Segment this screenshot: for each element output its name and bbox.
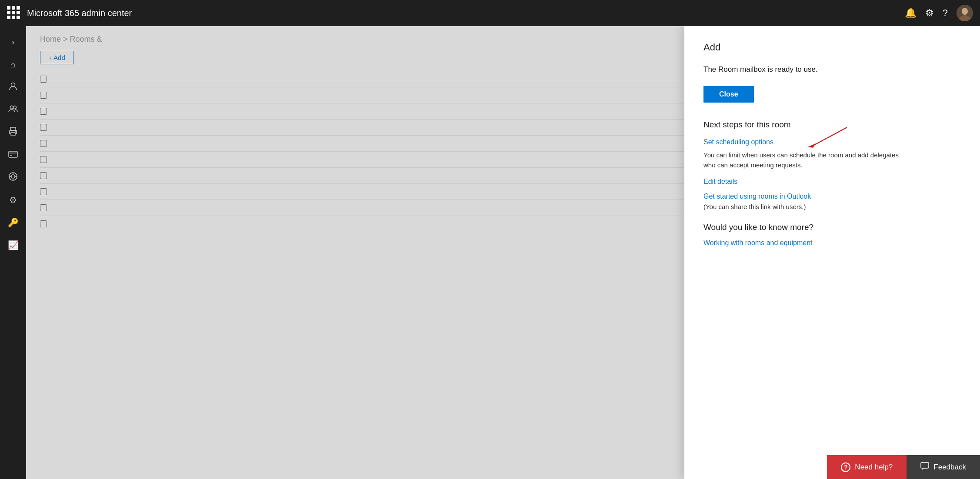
- top-bar: Microsoft 365 admin center 🔔 ⚙ ?: [0, 0, 980, 26]
- home-icon: ⌂: [10, 60, 16, 70]
- scheduling-options-link[interactable]: Set scheduling options: [703, 138, 773, 146]
- bottom-bar: ? Need help? Feedback: [827, 455, 980, 479]
- sidebar-item-groups[interactable]: [3, 99, 23, 120]
- settings-nav-icon: ⚙: [9, 195, 17, 205]
- billing-icon: [8, 150, 18, 160]
- svg-rect-8: [11, 133, 15, 135]
- outlook-link-row: Get started using rooms in Outlook: [703, 193, 961, 200]
- groups-icon: [8, 104, 18, 116]
- success-message: The Room mailbox is ready to use.: [703, 65, 961, 74]
- svg-marker-20: [808, 143, 816, 148]
- settings-icon[interactable]: ⚙: [925, 8, 934, 18]
- edit-details-row: Edit details: [703, 178, 961, 186]
- support-icon: [8, 172, 18, 183]
- sidebar-item-billing[interactable]: [3, 144, 23, 165]
- outlook-link[interactable]: Get started using rooms in Outlook: [703, 193, 811, 200]
- help-icon[interactable]: ?: [943, 8, 948, 18]
- avatar[interactable]: [957, 5, 973, 21]
- need-help-label: Need help?: [855, 463, 893, 472]
- sidebar-item-expand[interactable]: ›: [3, 31, 23, 52]
- sidebar-item-settings[interactable]: ⚙: [3, 190, 23, 210]
- arrow-annotation: [799, 125, 851, 151]
- working-rooms-link-row: Working with rooms and equipment: [703, 239, 961, 247]
- svg-point-4: [10, 106, 13, 109]
- app-launcher-icon[interactable]: [7, 6, 21, 20]
- reports-icon: 📈: [8, 240, 19, 250]
- svg-point-14: [11, 175, 15, 178]
- sidebar-item-support[interactable]: [3, 167, 23, 188]
- svg-rect-21: [921, 462, 929, 468]
- sidebar-item-home[interactable]: ⌂: [3, 54, 23, 75]
- svg-point-9: [15, 131, 16, 132]
- svg-rect-12: [10, 155, 12, 156]
- need-help-button[interactable]: ? Need help?: [827, 455, 907, 479]
- key-icon: 🔑: [8, 217, 19, 228]
- app-title: Microsoft 365 admin center: [27, 8, 905, 18]
- panel-title: Add: [703, 42, 961, 53]
- sidebar-item-print[interactable]: [3, 122, 23, 143]
- chat-icon: [920, 462, 929, 472]
- users-icon: [8, 81, 18, 93]
- print-icon: [8, 126, 18, 138]
- close-button[interactable]: Close: [703, 86, 754, 103]
- sidebar-item-users[interactable]: [3, 77, 23, 97]
- svg-rect-6: [10, 127, 16, 130]
- main-content: Home > Rooms & + Add: [26, 26, 980, 479]
- svg-point-1: [962, 8, 968, 15]
- svg-point-5: [13, 106, 17, 109]
- top-bar-icons: 🔔 ⚙ ?: [905, 5, 973, 21]
- know-more-title: Would you like to know more?: [703, 223, 961, 232]
- svg-rect-10: [9, 151, 17, 157]
- add-room-panel: Add The Room mailbox is ready to use. Cl…: [684, 26, 980, 479]
- outlook-desc: (You can share this link with users.): [703, 202, 961, 212]
- notification-icon[interactable]: 🔔: [905, 8, 917, 18]
- svg-line-19: [812, 127, 847, 146]
- feedback-button[interactable]: Feedback: [907, 455, 980, 479]
- help-circle-icon: ?: [841, 462, 850, 472]
- expand-icon: ›: [12, 37, 15, 47]
- feedback-label: Feedback: [933, 463, 966, 472]
- working-rooms-link[interactable]: Working with rooms and equipment: [703, 239, 813, 247]
- svg-point-3: [11, 83, 15, 86]
- layout: › ⌂: [0, 0, 980, 479]
- sidebar-item-reports[interactable]: 📈: [3, 235, 23, 256]
- edit-details-link[interactable]: Edit details: [703, 178, 737, 186]
- sidebar: › ⌂: [0, 26, 26, 479]
- scheduling-desc: You can limit when users can schedule th…: [703, 150, 961, 170]
- sidebar-item-keys[interactable]: 🔑: [3, 212, 23, 233]
